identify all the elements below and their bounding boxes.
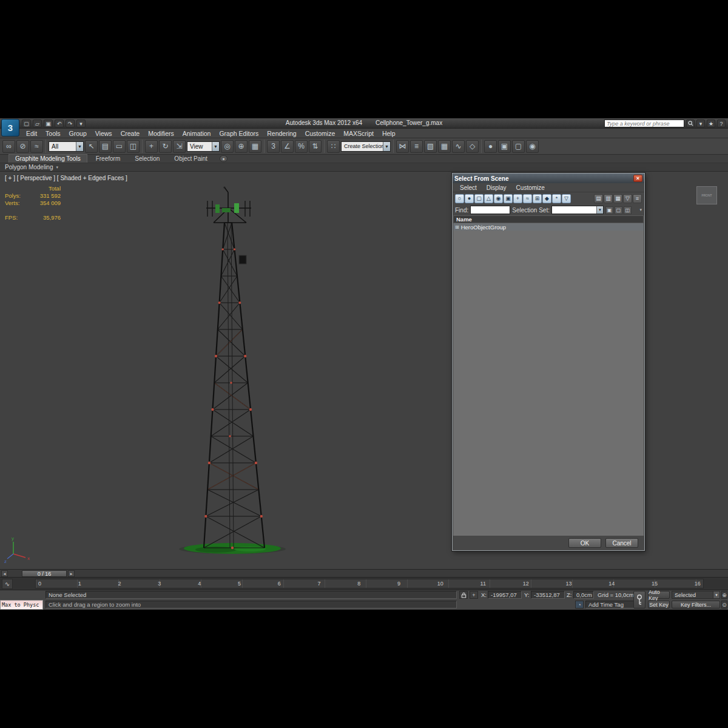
z-coordinate-field[interactable]: 0,0cm	[573, 591, 594, 599]
filter-icon[interactable]: ▽	[623, 194, 632, 203]
display-helpers-icon[interactable]: +	[513, 194, 522, 203]
select-and-manipulate-icon[interactable]: ⊕	[235, 140, 248, 153]
next-frame-icon[interactable]: ▸	[68, 570, 75, 577]
render-production-icon[interactable]: ◉	[526, 140, 539, 153]
menu-item[interactable]: Rendering	[263, 130, 300, 137]
polygon-modeling-label[interactable]: Polygon Modeling	[5, 164, 53, 170]
menu-item[interactable]: Animation	[178, 130, 215, 137]
time-tag-icon[interactable]: ◔	[575, 601, 584, 608]
menu-item[interactable]: Customize	[301, 130, 340, 137]
menu-item[interactable]: Group	[65, 130, 91, 137]
set-key-button[interactable]: Set Key	[648, 601, 670, 608]
absolute-mode-icon[interactable]: +	[470, 591, 478, 599]
ok-button[interactable]: OK	[568, 538, 601, 548]
pan-view-icon[interactable]: ⊕	[721, 591, 727, 599]
display-hidden-icon[interactable]: ▽	[562, 194, 571, 203]
spinner-snap-icon[interactable]: ⇅	[309, 140, 322, 153]
close-icon[interactable]: ×	[633, 175, 642, 182]
column-chooser-icon[interactable]: ▦	[613, 194, 622, 203]
dialog-menu-item[interactable]: Customize	[511, 184, 550, 191]
dialog-menu-item[interactable]: Select	[455, 184, 482, 191]
list-view-icon[interactable]: ▤	[594, 194, 603, 203]
selection-set-dropdown[interactable]: ▼	[551, 206, 604, 214]
rendered-frame-icon[interactable]: ▢	[512, 140, 525, 153]
detail-view-icon[interactable]: ▥	[604, 194, 613, 203]
mirror-icon[interactable]: ⋈	[396, 140, 409, 153]
display-all-icon[interactable]: ●	[465, 194, 474, 203]
ribbon-tab[interactable]: Selection	[129, 155, 166, 163]
ribbon-minimize-icon[interactable]: ●	[220, 155, 228, 162]
help-icon[interactable]: ?	[717, 120, 726, 127]
mini-curve-editor-icon[interactable]: ∿	[2, 579, 13, 589]
key-mode-dropdown[interactable]: Selected ▼	[672, 591, 720, 599]
percent-snap-icon[interactable]: %	[295, 140, 308, 153]
ribbon-tab[interactable]: Freeform	[90, 155, 127, 163]
display-lights-icon[interactable]: ◉	[494, 194, 503, 203]
display-shapes-icon[interactable]: △	[484, 194, 493, 203]
menu-item[interactable]: Help	[378, 130, 400, 137]
select-invert-icon[interactable]: ◫	[624, 206, 632, 214]
viewport-label[interactable]: [ + ] [ Perspective ] [ Shaded + Edged F…	[5, 175, 127, 181]
menu-item[interactable]: MAXScript	[339, 130, 378, 137]
select-and-move-icon[interactable]: +	[145, 140, 158, 153]
auto-key-button[interactable]: Auto Key	[648, 591, 670, 599]
select-by-name-icon[interactable]: ▤	[99, 140, 112, 153]
x-coordinate-field[interactable]: -19957,07	[488, 591, 522, 599]
scene-object-list[interactable]: ⊞ HeroObjectGroup	[453, 223, 644, 536]
display-children-icon[interactable]: ≡	[633, 194, 642, 203]
viewcube[interactable]: FRONT	[696, 186, 717, 204]
3dsmax-logo[interactable]: 3	[1, 119, 19, 136]
menu-item[interactable]: Tools	[41, 130, 65, 137]
snaps-toggle-icon[interactable]: 3	[267, 140, 280, 153]
menu-item[interactable]: Views	[91, 130, 116, 137]
cancel-button[interactable]: Cancel	[605, 538, 638, 548]
keyboard-override-icon[interactable]: ▦	[249, 140, 261, 153]
window-crossing-icon[interactable]: ◫	[127, 140, 140, 153]
display-spacewarps-icon[interactable]: ≈	[523, 194, 532, 203]
key-filters-button[interactable]: Key Filters...	[672, 601, 720, 608]
track-bar[interactable]: ∿ 012345678910111213141516	[0, 577, 728, 590]
align-icon[interactable]: ≡	[410, 140, 423, 153]
previous-frame-icon[interactable]: ◂	[1, 570, 8, 577]
use-pivot-point-icon[interactable]: ◎	[221, 140, 234, 153]
material-editor-icon[interactable]: ●	[484, 140, 497, 153]
timeline-ruler[interactable]: 012345678910111213141516	[35, 579, 704, 588]
maxscript-mini-listener[interactable]: Max to Physc	[0, 600, 43, 610]
antenna-array[interactable]	[206, 186, 251, 223]
select-object-icon[interactable]: ↖	[85, 140, 98, 153]
selection-region-icon[interactable]: ▭	[113, 140, 126, 153]
angle-snap-icon[interactable]: ∠	[281, 140, 294, 153]
ribbon-tab[interactable]: Graphite Modeling Tools	[8, 154, 87, 163]
favorites-star-icon[interactable]: ★	[707, 120, 715, 127]
selection-lock-icon[interactable]	[459, 591, 468, 599]
HeroObjectGroup[interactable]: ⊞ HeroObjectGroup	[453, 223, 644, 231]
time-slider[interactable]: ◂ 0 / 16 ▸	[0, 569, 728, 577]
dialog-title-bar[interactable]: Select From Scene ×	[453, 174, 644, 183]
dialog-menu-item[interactable]: Display	[482, 184, 511, 191]
menu-item[interactable]: Create	[116, 130, 144, 137]
ribbon-tab[interactable]: Object Paint	[168, 155, 213, 163]
time-slider-handle[interactable]: 0 / 16	[22, 570, 67, 577]
display-frozen-icon[interactable]: *	[552, 194, 561, 203]
unlink-selection-icon[interactable]: ⊘	[16, 140, 29, 153]
render-setup-icon[interactable]: ▣	[498, 140, 511, 153]
layer-manager-icon[interactable]: ▧	[424, 140, 437, 153]
select-and-scale-icon[interactable]: ⇲	[173, 140, 186, 153]
search-icon[interactable]	[686, 120, 695, 127]
ribbon-toggle-icon[interactable]: ▦	[438, 140, 451, 153]
schematic-view-icon[interactable]: ◇	[466, 140, 479, 153]
menu-item[interactable]: Edit	[22, 130, 41, 137]
more-options-icon[interactable]: ▾	[639, 207, 642, 212]
coordinate-system-dropdown[interactable]: View ▼	[187, 141, 220, 152]
y-coordinate-field[interactable]: -33512,87	[531, 591, 565, 599]
select-and-rotate-icon[interactable]: ↻	[159, 140, 172, 153]
set-keys-button[interactable]	[633, 591, 645, 608]
selection-filter-dropdown[interactable]: All ▼	[49, 141, 84, 152]
name-column-header[interactable]: Name	[453, 215, 644, 223]
display-groups-icon[interactable]: ⊞	[533, 194, 542, 203]
display-bones-icon[interactable]: ◆	[542, 194, 551, 203]
find-input[interactable]	[470, 206, 510, 214]
named-selection-dropdown[interactable]: Create Selection Se ▼	[341, 141, 391, 152]
bind-to-space-warp-icon[interactable]: ≈	[30, 140, 43, 153]
menu-item[interactable]: Graph Editors	[215, 130, 263, 137]
